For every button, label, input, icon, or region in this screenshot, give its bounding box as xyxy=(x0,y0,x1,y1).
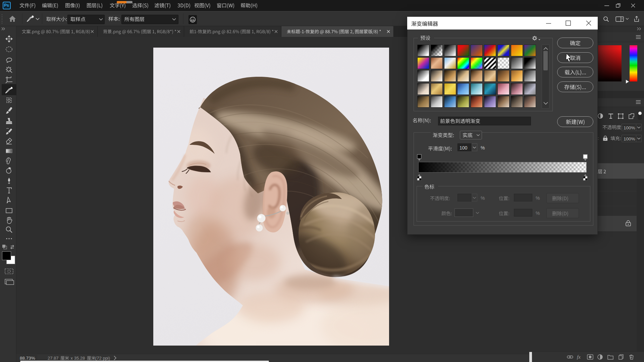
svg-text:fx: fx xyxy=(577,354,581,360)
